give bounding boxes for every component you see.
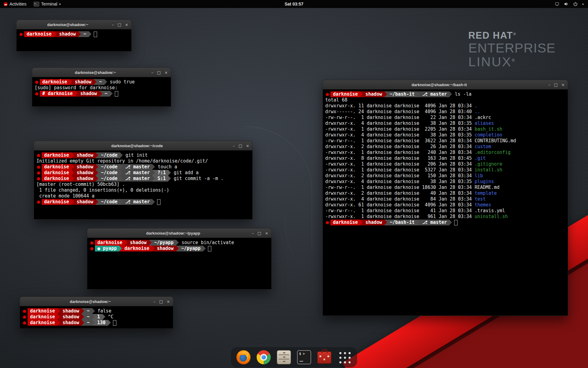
close-button[interactable]: ×	[246, 144, 249, 148]
terminal-line: darknoiseshadow~/bash-it⎇ master ls -la	[325, 91, 565, 97]
prompt-segment-path: ~	[81, 31, 89, 37]
files-icon[interactable]	[277, 350, 291, 364]
powerline-separator	[54, 31, 57, 37]
file-name: .git	[475, 155, 486, 161]
prompt-segment-host: shadow	[127, 240, 149, 246]
prompt-segment-host: shadow	[72, 79, 94, 85]
maximize-button[interactable]: □	[157, 71, 161, 75]
prompt-segment-user: darknoise	[42, 152, 71, 158]
prompt-segment-host: shadow	[74, 164, 96, 170]
close-button[interactable]: ×	[561, 83, 565, 87]
chevron-down-icon[interactable]: ▾	[582, 2, 584, 6]
terminal-text: create mode 100644 a	[36, 193, 95, 199]
prompt-segment-host: shadow	[78, 91, 99, 97]
close-button[interactable]: ×	[125, 23, 128, 27]
window-titlebar[interactable]: darknoise@shadow:~–□×	[32, 68, 171, 77]
chrome-icon[interactable]	[257, 350, 271, 364]
terminal-cursor	[94, 32, 97, 37]
close-button[interactable]: ×	[167, 300, 170, 304]
prompt-segment-user: darknoise	[122, 246, 152, 251]
maximize-button[interactable]: □	[258, 231, 261, 235]
terminal-cursor	[113, 320, 116, 326]
prompt-segment-path: ~	[102, 91, 110, 97]
powerline-separator	[94, 79, 96, 85]
terminal-line: ● pyappdarknoiseshadow~/pyapp	[90, 246, 269, 251]
prompt-segment-path: ~	[84, 308, 92, 314]
minimize-button[interactable]: –	[112, 23, 114, 27]
powerline-separator	[152, 199, 155, 205]
terminal-window-sudo: darknoise@shadow:~–□×darknoiseshadow~ su…	[32, 67, 171, 107]
redhat-prompt-icon	[326, 93, 329, 96]
redhat-prompt-icon	[37, 201, 40, 204]
display-icon[interactable]	[555, 2, 560, 6]
maximize-button[interactable]: □	[239, 144, 242, 148]
terminal-text: git add a	[171, 170, 198, 176]
terminal-text: git init	[123, 152, 148, 158]
maximize-button[interactable]: □	[159, 300, 163, 304]
window-titlebar[interactable]: darknoise@shadow:~–□×	[17, 20, 131, 29]
toolbox-icon[interactable]	[317, 351, 331, 364]
terminal-app-icon: >_	[34, 2, 39, 6]
powerline-separator	[120, 170, 123, 176]
power-icon[interactable]	[573, 2, 578, 6]
minimize-button[interactable]: –	[153, 300, 156, 304]
powerline-separator	[120, 164, 123, 170]
terminal-icon[interactable]	[297, 350, 311, 364]
window-titlebar[interactable]: darknoise@shadow:~/code–□×	[34, 141, 252, 151]
terminal-text: drwxrwxr-x. 4 darknoise darknoise 38 Jan…	[325, 132, 475, 138]
maximize-button[interactable]: □	[554, 83, 558, 87]
close-button[interactable]: ×	[164, 71, 168, 75]
window-titlebar[interactable]: darknoise@shadow:~–□×	[20, 297, 173, 306]
maximize-button[interactable]: □	[118, 23, 121, 27]
powerline-separator	[152, 164, 155, 170]
terminal-content[interactable]: darknoiseshadow~/pyapp source bin/activa…	[87, 238, 271, 253]
terminal-line: drwxrwxr-x. 2 darknoise darknoise 150 Ja…	[325, 173, 565, 179]
window-titlebar[interactable]: darknoise@shadow:~/bash-it–□×	[323, 80, 568, 90]
powerline-separator	[96, 164, 98, 170]
terminal-content[interactable]: darknoiseshadow~/bash-it⎇ master ls -lat…	[323, 90, 568, 227]
window-title: darknoise@shadow:~/pyapp	[100, 228, 247, 238]
prompt-segment-path: ~/bash-it	[387, 91, 417, 97]
terminal-text: drwxrwxr-x. 61 darknoise darknoise 4096 …	[325, 202, 475, 208]
volume-icon[interactable]	[564, 2, 569, 6]
terminal-content[interactable]: darknoiseshadow~ falsedarknoiseshadow~1 …	[20, 306, 173, 328]
minimize-button[interactable]: –	[252, 231, 254, 235]
terminal-line: -rw-rw-r--. 1 darknoise darknoise 41 Jan…	[325, 208, 565, 214]
terminal-window-code: darknoise@shadow:~/code–□×darknoiseshado…	[34, 141, 253, 220]
powerline-separator	[57, 314, 60, 320]
dock	[231, 347, 357, 367]
terminal-text: .travis.yml	[475, 208, 505, 214]
terminal-line: darknoiseshadow~/code⎇ master	[36, 199, 250, 205]
activities-button[interactable]: Activities	[0, 0, 30, 8]
window-title: darknoise@shadow:~	[44, 68, 146, 77]
prompt-segment-host: shadow	[60, 314, 81, 320]
terminal-content[interactable]: darknoiseshadow~/code git initInitialize…	[34, 151, 252, 207]
minimize-button[interactable]: –	[233, 144, 235, 148]
app-menu-terminal[interactable]: >_ Terminal ▾	[30, 0, 64, 8]
terminal-line: darknoiseshadow~/code git init	[36, 152, 250, 158]
terminal-window-exitcodes: darknoise@shadow:~–□×darknoiseshadow~ fa…	[20, 297, 173, 329]
firefox-icon[interactable]	[236, 350, 251, 364]
file-name: .	[475, 103, 477, 109]
app-grid-icon[interactable]	[337, 350, 352, 364]
minimize-button[interactable]: –	[548, 83, 550, 87]
powerline-separator	[100, 91, 102, 97]
clock[interactable]: Sat 03:57	[0, 2, 588, 6]
prompt-segment-host: shadow	[60, 320, 81, 326]
file-name: test	[475, 196, 486, 202]
close-button[interactable]: ×	[265, 231, 268, 235]
powerline-separator	[360, 91, 363, 97]
terminal-text: drwxrwxr-x. 2 darknoise darknoise 150 Ja…	[325, 173, 475, 179]
terminal-text: -rwxrwxr-x. 1 darknoise darknoise 240 Ja…	[325, 150, 475, 155]
terminal-cursor	[115, 91, 118, 97]
window-titlebar[interactable]: darknoise@shadow:~/pyapp–□×	[87, 228, 271, 238]
terminal-line: drwxrwxr-x. 11 darknoise darknoise 4096 …	[325, 103, 565, 109]
powerline-separator	[417, 220, 420, 225]
powerline-separator	[75, 91, 78, 97]
powerline-separator	[110, 91, 113, 97]
prompt-segment-path: ~/code	[98, 152, 120, 158]
terminal-content[interactable]: darknoiseshadow~ sudo true[sudo] passwor…	[32, 77, 171, 98]
minimize-button[interactable]: –	[151, 71, 153, 75]
terminal-content[interactable]: darknoiseshadow~	[17, 29, 131, 39]
file-name: custom	[475, 144, 491, 150]
